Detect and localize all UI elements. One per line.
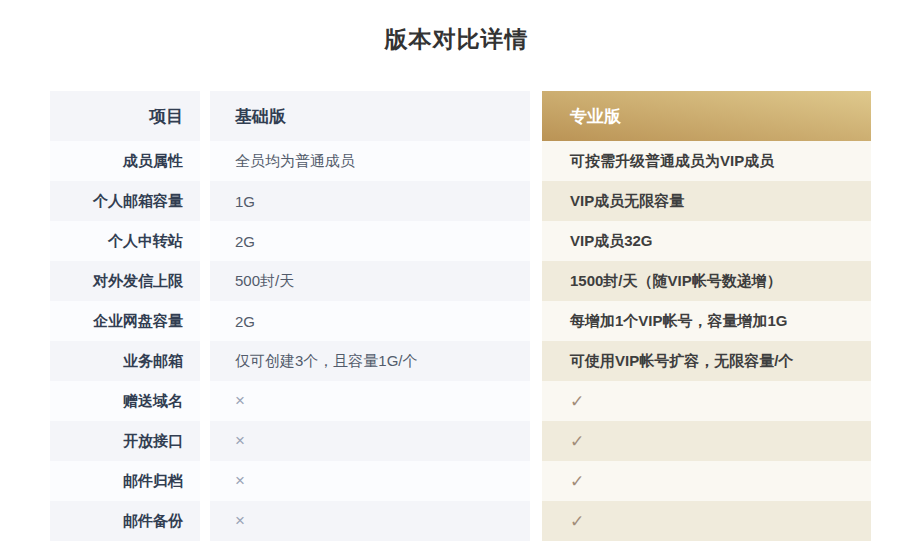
table-row-personal-mailbox-capacity: 个人邮箱容量 1G VIP成员无限容量	[50, 181, 871, 221]
header-feature: 项目	[50, 91, 200, 141]
pro-value: 可使用VIP帐号扩容，无限容量/个	[542, 341, 871, 381]
cross-icon: ×	[210, 461, 530, 501]
table-row-business-mailbox: 业务邮箱 仅可创建3个，且容量1G/个 可使用VIP帐号扩容，无限容量/个	[50, 341, 871, 381]
pro-value: 1500封/天（随VIP帐号数递增）	[542, 261, 871, 301]
table-row-member-attribute: 成员属性 全员均为普通成员 可按需升级普通成员为VIP成员	[50, 141, 871, 181]
table-row-enterprise-netdisk-capacity: 企业网盘容量 2G 每增加1个VIP帐号，容量增加1G	[50, 301, 871, 341]
feature-label: 成员属性	[50, 141, 200, 181]
table-header: 项目 基础版 专业版	[50, 91, 871, 141]
table-row-personal-transfer-station: 个人中转站 2G VIP成员32G	[50, 221, 871, 261]
table-row-mail-backup: 邮件备份 × ✓	[50, 501, 871, 541]
table-body: 成员属性 全员均为普通成员 可按需升级普通成员为VIP成员 个人邮箱容量 1G …	[50, 141, 871, 541]
basic-value: 500封/天	[210, 261, 530, 301]
feature-label: 邮件归档	[50, 461, 200, 501]
feature-label: 开放接口	[50, 421, 200, 461]
header-row: 项目 基础版 专业版	[50, 91, 871, 141]
check-icon: ✓	[542, 421, 871, 461]
cross-icon: ×	[210, 501, 530, 541]
table-row-open-api: 开放接口 × ✓	[50, 421, 871, 461]
feature-label: 对外发信上限	[50, 261, 200, 301]
basic-value: 2G	[210, 301, 530, 341]
table-row-mail-archive: 邮件归档 × ✓	[50, 461, 871, 501]
pro-value: 可按需升级普通成员为VIP成员	[542, 141, 871, 181]
header-basic-edition: 基础版	[210, 91, 530, 141]
check-icon: ✓	[542, 501, 871, 541]
feature-label: 赠送域名	[50, 381, 200, 421]
basic-value: 2G	[210, 221, 530, 261]
cross-icon: ×	[210, 421, 530, 461]
page-title: 版本对比详情	[0, 24, 913, 55]
feature-label: 个人中转站	[50, 221, 200, 261]
pro-value: 每增加1个VIP帐号，容量增加1G	[542, 301, 871, 341]
feature-label: 业务邮箱	[50, 341, 200, 381]
pro-value: VIP成员32G	[542, 221, 871, 261]
feature-label: 邮件备份	[50, 501, 200, 541]
header-pro-edition: 专业版	[542, 91, 871, 141]
basic-value: 仅可创建3个，且容量1G/个	[210, 341, 530, 381]
check-icon: ✓	[542, 381, 871, 421]
feature-label: 企业网盘容量	[50, 301, 200, 341]
pro-value: VIP成员无限容量	[542, 181, 871, 221]
cross-icon: ×	[210, 381, 530, 421]
table-row-outgoing-mail-limit: 对外发信上限 500封/天 1500封/天（随VIP帐号数递增）	[50, 261, 871, 301]
table-row-free-domain: 赠送域名 × ✓	[50, 381, 871, 421]
basic-value: 1G	[210, 181, 530, 221]
version-compare-table: 项目 基础版 专业版 成员属性 全员均为普通成员 可按需升级普通成员为VIP成员…	[50, 91, 871, 541]
check-icon: ✓	[542, 461, 871, 501]
feature-label: 个人邮箱容量	[50, 181, 200, 221]
basic-value: 全员均为普通成员	[210, 141, 530, 181]
